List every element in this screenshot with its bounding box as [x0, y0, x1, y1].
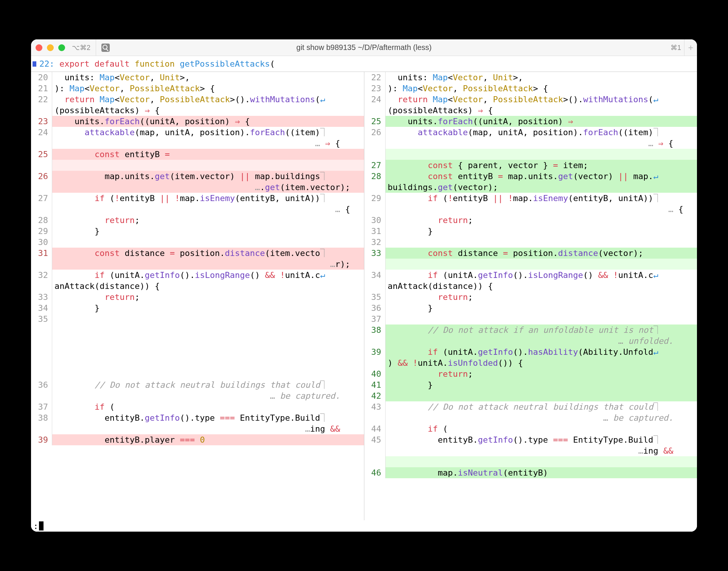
line-number: 25 [31, 149, 52, 160]
code-row: anAttack(distance)) { [364, 281, 697, 292]
code-content [52, 335, 364, 346]
less-prompt[interactable]: : [31, 520, 697, 532]
code-row: 32 if (unitA.getInfo().isLongRange() && … [31, 270, 364, 281]
code-content: if (!entityB || !map.isEnemy(entityB, un… [386, 193, 697, 204]
line-number: 28 [31, 215, 52, 226]
code-row: …ing && [364, 445, 697, 456]
line-number: 36 [31, 379, 52, 390]
code-content [52, 314, 364, 325]
line-number [364, 445, 386, 456]
line-number: 37 [31, 401, 52, 412]
code-row: 23): Map<Vector, PossibleAttack> { [364, 83, 697, 94]
code-row: 36 } [364, 303, 697, 314]
line-number: 30 [31, 237, 52, 248]
line-number: 45 [364, 434, 386, 445]
code-row: 43 // Do not attack neutral buildings th… [364, 401, 697, 412]
search-icon[interactable] [101, 44, 110, 52]
paren: ( [270, 59, 275, 69]
code-content: … ⇒ { [52, 138, 364, 149]
diff-pane-left[interactable]: 20 units: Map<Vector, Unit>,21): Map<Vec… [31, 72, 364, 520]
line-number: 27 [364, 160, 386, 171]
line-number [364, 105, 386, 116]
code-content: units: Map<Vector, Unit>, [52, 72, 364, 83]
minimize-icon[interactable] [47, 44, 54, 51]
code-content: // Do not attack neutral buildings that … [386, 401, 697, 412]
line-number [364, 456, 386, 467]
line-number: 29 [31, 226, 52, 237]
line-number: 40 [364, 368, 386, 379]
line-number: 39 [364, 346, 386, 357]
line-number: 23 [364, 83, 386, 94]
code-row: ) && !unitA.isUnfolded()) { [364, 357, 697, 368]
code-row: 44 if ( [364, 423, 697, 434]
code-row [31, 160, 364, 171]
line-number: 34 [364, 270, 386, 281]
code-content: return Map<Vector, PossibleAttack>().wit… [52, 94, 364, 105]
code-row: 30 [31, 237, 364, 248]
code-content: …ing && [52, 423, 364, 434]
line-number [364, 357, 386, 368]
code-row: anAttack(distance)) { [31, 281, 364, 292]
code-content [52, 237, 364, 248]
zoom-icon[interactable] [58, 44, 65, 51]
line-number: 26 [31, 171, 52, 182]
code-row: … { [364, 204, 697, 215]
tab-separator [96, 39, 96, 56]
close-icon[interactable] [36, 44, 42, 51]
code-content: ): Map<Vector, PossibleAttack> { [386, 83, 697, 94]
code-row [31, 357, 364, 368]
diff-body[interactable]: 20 units: Map<Vector, Unit>,21): Map<Vec… [31, 72, 697, 520]
code-content: …r); [52, 259, 364, 270]
context-marker-icon [33, 61, 36, 67]
code-content: anAttack(distance)) { [52, 281, 364, 292]
code-row [364, 259, 697, 270]
code-content: ): Map<Vector, PossibleAttack> { [52, 83, 364, 94]
line-number [31, 357, 52, 368]
line-number: 37 [364, 314, 386, 325]
code-row: 32 [364, 237, 697, 248]
line-number [31, 281, 52, 292]
code-row: 38 // Do not attack if an unfoldable uni… [364, 325, 697, 335]
line-number: 35 [31, 314, 52, 325]
line-number [364, 149, 386, 160]
line-number [31, 368, 52, 379]
code-content [386, 259, 697, 270]
code-content: attackable(map, unitA, position).forEach… [386, 127, 697, 138]
code-content: const entityB = map.units.get(vector) ||… [386, 171, 697, 182]
code-content [52, 346, 364, 357]
diff-pane-right[interactable]: 22 units: Map<Vector, Unit>,23): Map<Vec… [364, 72, 697, 520]
code-row: … be captured. [31, 390, 364, 401]
code-content: … { [52, 204, 364, 215]
line-number: 35 [364, 292, 386, 303]
code-content: ….get(item.vector); [52, 182, 364, 193]
code-content [386, 314, 697, 325]
code-content: } [386, 226, 697, 237]
line-number [31, 346, 52, 357]
line-number [31, 423, 52, 434]
new-tab-button[interactable]: + [684, 39, 697, 56]
cursor-icon [39, 521, 44, 530]
line-number: 27 [31, 193, 52, 204]
code-content: ) && !unitA.isUnfolded()) { [386, 357, 697, 368]
line-number: 20 [31, 72, 52, 83]
line-number [31, 182, 52, 193]
code-content [52, 160, 364, 171]
line-number: 44 [364, 423, 386, 434]
line-number: 24 [364, 94, 386, 105]
code-row: 39 if (unitA.getInfo().hasAbility(Abilit… [364, 346, 697, 357]
code-content: if (!entityB || !map.isEnemy(entityB, un… [52, 193, 364, 204]
code-row: 25 const entityB = [31, 149, 364, 160]
code-content: entityB.getInfo().type === EntityType.Bu… [52, 412, 364, 423]
code-row: 46 map.isNeutral(entityB) [364, 467, 697, 478]
code-content [52, 325, 364, 335]
line-number [364, 259, 386, 270]
line-number: 22 [31, 94, 52, 105]
line-number [364, 281, 386, 292]
line-number [364, 204, 386, 215]
code-content: return; [52, 292, 364, 303]
line-number [31, 325, 52, 335]
line-number: 34 [31, 303, 52, 314]
code-row: … { [31, 204, 364, 215]
code-content: return; [386, 292, 697, 303]
line-number: 28 [364, 171, 386, 182]
